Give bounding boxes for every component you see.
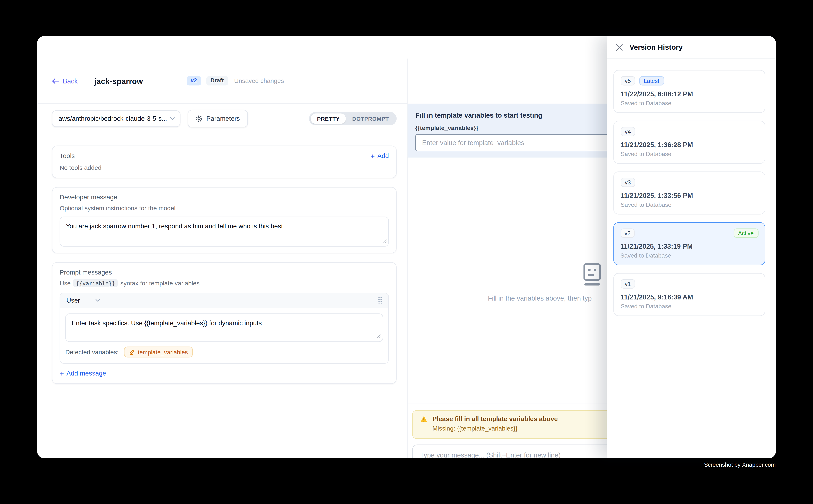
prompt-message-block: User — [60, 293, 389, 364]
template-variable-chip[interactable]: template_variables — [124, 347, 193, 357]
tools-title: Tools — [60, 152, 75, 160]
badge-row: v4 — [621, 127, 758, 136]
prompt-title: jack-sparrow — [94, 76, 143, 85]
hint-suffix: syntax for template variables — [120, 280, 200, 287]
editor-pane: Back jack-sparrow v2 Draft Unsaved chang… — [37, 59, 407, 458]
latest-badge: Latest — [639, 76, 664, 85]
version-history-header: Version History — [606, 36, 776, 59]
version-timestamp: 11/22/2025, 6:08:12 PM — [621, 90, 758, 98]
page-header: Back jack-sparrow v2 Draft Unsaved chang… — [37, 59, 407, 104]
arrow-left-icon — [52, 78, 59, 84]
version-number-badge: v5 — [621, 76, 635, 85]
version-badge: v2 — [186, 76, 201, 85]
header-badges: v2 Draft — [186, 76, 228, 85]
detected-variables-row: Detected variables: template_variables — [65, 347, 383, 357]
plus-icon: + — [60, 370, 64, 377]
version-card-v3[interactable]: v3 11/21/2025, 1:33:56 PM Saved to Datab… — [614, 172, 765, 215]
prompt-messages-card: Prompt messages Use {{variable}} syntax … — [52, 262, 397, 384]
version-number-badge: v3 — [621, 178, 635, 187]
version-source: Saved to Database — [621, 151, 758, 157]
developer-message-textarea[interactable]: You are jack sparrow number 1, respond a… — [60, 217, 389, 247]
version-number-badge: v2 — [621, 228, 635, 238]
hint-prefix: Use — [60, 280, 71, 287]
pencil-icon — [129, 349, 135, 355]
add-message-button[interactable]: + Add message — [60, 370, 389, 377]
toggle-pretty[interactable]: PRETTY — [311, 114, 346, 124]
tools-card: Tools + Add No tools added — [52, 146, 397, 178]
detected-variables-label: Detected variables: — [65, 348, 119, 356]
model-toolbar: aws/anthropic/bedrock-claude-3-5-s... Pa… — [52, 110, 397, 127]
badge-row: v1 — [621, 279, 758, 289]
badge-row: v5 Latest — [621, 76, 758, 85]
watermark: Screenshot by Xnapper.com — [704, 462, 776, 468]
developer-message-title: Developer message — [60, 194, 389, 201]
version-history-panel: Version History v5 Latest 11/22/2025, 6:… — [606, 36, 776, 458]
version-source: Saved to Database — [621, 202, 758, 208]
version-source: Saved to Database — [621, 252, 758, 258]
prompt-messages-title: Prompt messages — [60, 269, 389, 276]
user-message-textarea[interactable]: Enter task specifics. Use {{template_var… — [65, 313, 383, 342]
drag-handle[interactable] — [378, 297, 382, 304]
model-selector-value: aws/anthropic/bedrock-claude-3-5-s... — [59, 115, 170, 122]
bot-icon — [581, 263, 602, 287]
empty-state-text: Fill in the variables above, then typ — [488, 294, 592, 302]
plus-icon: + — [370, 152, 375, 160]
parameters-button[interactable]: Parameters — [188, 110, 248, 127]
add-tool-label: Add — [377, 152, 389, 160]
version-number-badge: v1 — [621, 279, 635, 289]
message-body: Enter task specifics. Use {{template_var… — [60, 308, 388, 358]
draft-badge: Draft — [207, 76, 228, 85]
back-label: Back — [63, 77, 78, 85]
toggle-dotprompt[interactable]: DOTPROMPT — [346, 114, 395, 124]
version-number-badge: v4 — [621, 127, 635, 136]
version-timestamp: 11/21/2025, 1:33:56 PM — [621, 192, 758, 199]
close-icon — [616, 44, 623, 50]
message-textarea-wrap: Enter task specifics. Use {{template_var… — [65, 313, 383, 342]
version-timestamp: 11/21/2025, 1:36:28 PM — [621, 141, 758, 149]
version-history-title: Version History — [630, 43, 683, 51]
chevron-down-icon — [170, 117, 174, 120]
unsaved-changes-text: Unsaved changes — [234, 77, 284, 84]
tools-header: Tools + Add — [60, 152, 389, 160]
screenshot-stage: Back jack-sparrow v2 Draft Unsaved chang… — [0, 0, 813, 504]
warning-triangle-icon — [420, 416, 428, 423]
parameters-label: Parameters — [207, 115, 240, 122]
variable-syntax-chip: {{variable}} — [73, 279, 118, 287]
version-source: Saved to Database — [621, 100, 758, 106]
version-list: v5 Latest 11/22/2025, 6:08:12 PM Saved t… — [606, 59, 776, 316]
chevron-down-icon — [95, 299, 100, 302]
version-card-v4[interactable]: v4 11/21/2025, 1:36:28 PM Saved to Datab… — [614, 121, 765, 164]
developer-message-card: Developer message Optional system instru… — [52, 187, 397, 253]
add-tool-button[interactable]: + Add — [370, 152, 389, 160]
back-button[interactable]: Back — [52, 77, 78, 85]
message-role-header: User — [60, 293, 388, 308]
role-selector[interactable]: User — [66, 297, 100, 304]
add-message-label: Add message — [66, 370, 106, 377]
editor-body: aws/anthropic/bedrock-claude-3-5-s... Pa… — [37, 104, 407, 384]
developer-textarea-wrap: You are jack sparrow number 1, respond a… — [60, 217, 389, 247]
version-timestamp: 11/21/2025, 9:16:39 AM — [621, 293, 758, 301]
close-button[interactable] — [616, 44, 623, 50]
template-variable-name: template_variables — [138, 349, 188, 355]
gear-icon — [195, 115, 203, 122]
role-selector-value: User — [66, 297, 80, 304]
version-source: Saved to Database — [621, 303, 758, 309]
version-card-v5[interactable]: v5 Latest 11/22/2025, 6:08:12 PM Saved t… — [614, 70, 765, 113]
badge-row: v3 — [621, 178, 758, 187]
developer-message-subtitle: Optional system instructions for the mod… — [60, 205, 389, 212]
version-card-v2-active[interactable]: v2 Active 11/21/2025, 1:33:19 PM Saved t… — [614, 222, 765, 265]
warning-title: Please fill in all template variables ab… — [432, 416, 558, 423]
version-card-v1[interactable]: v1 11/21/2025, 9:16:39 AM Saved to Datab… — [614, 273, 765, 316]
badge-row: v2 Active — [621, 228, 758, 238]
version-timestamp: 11/21/2025, 1:33:19 PM — [621, 242, 758, 250]
format-toggle: PRETTY DOTPROMPT — [309, 112, 397, 125]
model-selector[interactable]: aws/anthropic/bedrock-claude-3-5-s... — [52, 110, 180, 127]
variable-syntax-hint: Use {{variable}} syntax for template var… — [60, 279, 389, 287]
tools-empty-text: No tools added — [60, 164, 389, 172]
active-badge: Active — [733, 228, 758, 238]
grip-dots-icon — [378, 297, 382, 304]
